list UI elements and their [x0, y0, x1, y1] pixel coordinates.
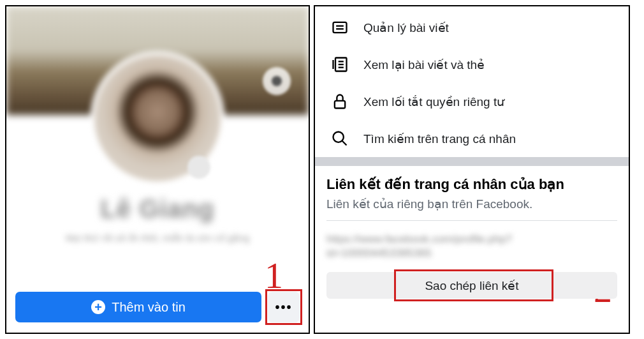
profile-link-title: Liên kết đến trang cá nhân của bạn	[326, 176, 617, 193]
profile-panel: Lê Giang Mọi thứ rồi sẽ ổn thôi, miễn là…	[5, 5, 310, 334]
profile-bio: Mọi thứ rồi sẽ ổn thôi, miễn là còn cố g…	[6, 231, 309, 246]
more-options-button[interactable]: •••	[268, 292, 300, 322]
profile-link-subtitle: Liên kết của riêng bạn trên Facebook.	[326, 197, 617, 221]
menu-item-label: Quản lý bài viết	[363, 20, 449, 35]
plus-icon: +	[91, 300, 105, 314]
profile-link-section: Liên kết đến trang cá nhân của bạn Liên …	[315, 166, 629, 264]
step-marker-1: 1	[265, 254, 283, 297]
cover-camera-button[interactable]	[263, 67, 291, 95]
settings-menu: Quản lý bài viết Xem lại bài viết và thẻ…	[315, 6, 629, 157]
svg-rect-7	[335, 101, 345, 109]
menu-item-manage-posts[interactable]: Quản lý bài viết	[315, 9, 629, 46]
svg-rect-0	[333, 22, 347, 33]
menu-item-review-posts[interactable]: Xem lại bài viết và thẻ	[315, 46, 629, 83]
menu-item-label: Tìm kiếm trên trang cá nhân	[363, 132, 516, 146]
avatar-wrap	[91, 51, 224, 185]
menu-item-privacy-shortcut[interactable]: Xem lối tắt quyền riêng tư	[315, 83, 629, 120]
menu-item-search-profile[interactable]: Tìm kiếm trên trang cá nhân	[315, 120, 629, 157]
avatar-camera-button[interactable]	[187, 156, 210, 179]
menu-item-label: Xem lối tắt quyền riêng tư	[363, 94, 504, 109]
manage-posts-icon	[330, 18, 349, 37]
section-divider	[315, 157, 629, 166]
add-to-story-button[interactable]: + Thêm vào tin	[15, 292, 261, 322]
menu-item-label: Xem lại bài viết và thẻ	[363, 57, 485, 72]
ellipsis-icon: •••	[275, 300, 292, 315]
svg-line-9	[342, 141, 347, 146]
profile-link-url: https://www.facebook.com/profile.php?id=…	[326, 221, 617, 264]
copy-link-button[interactable]: Sao chép liên kết	[326, 272, 617, 299]
copy-link-label: Sao chép liên kết	[425, 278, 518, 293]
settings-panel: Quản lý bài viết Xem lại bài viết và thẻ…	[314, 5, 630, 334]
add-to-story-label: Thêm vào tin	[112, 300, 186, 315]
search-icon	[330, 129, 349, 148]
svg-point-8	[333, 132, 344, 142]
profile-name: Lê Giang	[6, 195, 309, 223]
lock-icon	[330, 92, 349, 111]
review-posts-icon	[330, 55, 349, 74]
